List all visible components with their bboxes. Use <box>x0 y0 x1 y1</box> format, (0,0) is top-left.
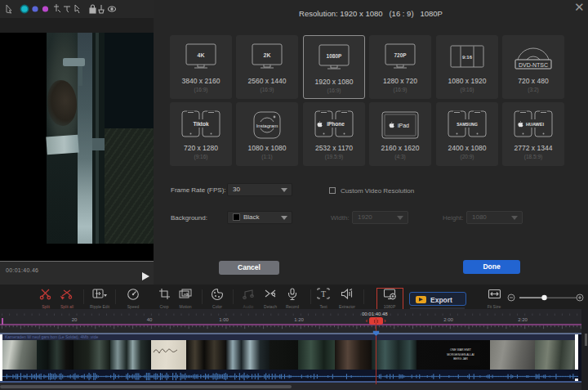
svg-text:Instagram: Instagram <box>256 123 278 128</box>
svg-text:4K: 4K <box>198 52 205 58</box>
svg-text:HUAWEI: HUAWEI <box>526 122 544 127</box>
svg-text:SAMSUNG: SAMSUNG <box>457 122 478 127</box>
svg-text:720P: 720P <box>394 52 407 58</box>
svg-text:2K: 2K <box>264 52 271 58</box>
svg-text:iPhone: iPhone <box>327 121 345 127</box>
svg-text:9:16: 9:16 <box>462 55 473 60</box>
svg-text:DVD-NTSC: DVD-NTSC <box>519 62 548 68</box>
svg-text:Tiktok: Tiktok <box>193 121 208 127</box>
svg-text:iPad: iPad <box>398 123 409 128</box>
svg-text:T: T <box>321 289 326 298</box>
svg-text:1080P: 1080P <box>327 53 342 59</box>
